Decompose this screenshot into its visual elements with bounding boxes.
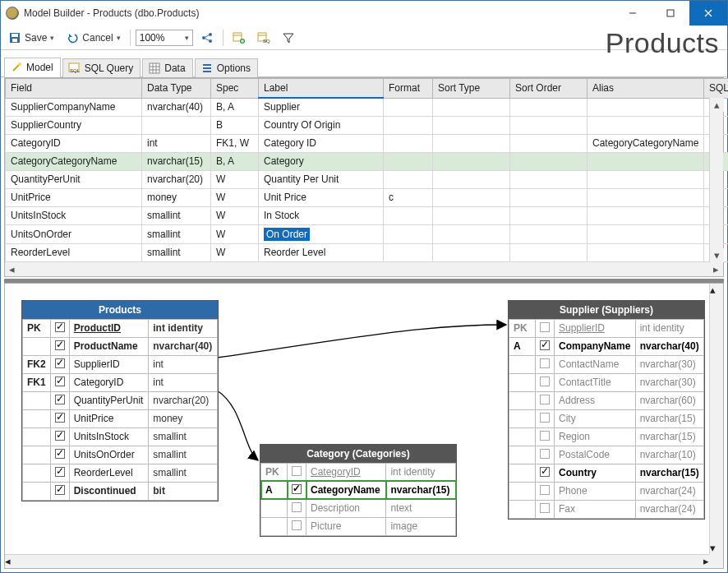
checkbox-cell[interactable] [50, 337, 69, 355]
tab-data[interactable]: Data [142, 58, 192, 77]
cell-sortType[interactable] [433, 188, 510, 206]
table-row[interactable]: ReorderLevelsmallintWReorder Level [6, 243, 729, 261]
entity-column-row[interactable]: ReorderLevelsmallint [23, 464, 218, 482]
entity-column-row[interactable]: UnitPricemoney [23, 409, 218, 427]
scroll-right-icon[interactable]: ▸ [709, 262, 723, 276]
scroll-up-icon[interactable]: ▴ [710, 284, 723, 296]
checkbox-icon[interactable] [55, 485, 65, 495]
cell-field[interactable]: SupplierCountry [6, 116, 142, 134]
cell-alias[interactable] [587, 116, 704, 134]
entity-column-row[interactable]: PKProductIDint identity [23, 319, 218, 337]
checkbox-icon[interactable] [55, 431, 65, 441]
cell-alias[interactable] [587, 152, 704, 170]
entity-column-row[interactable]: FK2SupplierIDint [23, 355, 218, 373]
entity-column-row[interactable]: Regionnvarchar(15) [509, 427, 704, 446]
checkbox-cell[interactable] [288, 463, 306, 481]
checkbox-icon[interactable] [55, 322, 65, 332]
cell-field[interactable]: QuantityPerUnit [6, 170, 142, 188]
cell-dataType[interactable] [142, 116, 211, 134]
cell-sortOrder[interactable] [510, 224, 587, 243]
cell-sortType[interactable] [433, 206, 510, 224]
col-sqlfn[interactable]: SQL Fn [704, 79, 729, 99]
col-sortorder[interactable]: Sort Order [510, 79, 587, 99]
cell-sortOrder[interactable] [510, 152, 587, 170]
checkbox-icon[interactable] [292, 466, 302, 476]
cell-label[interactable]: In Stock [259, 206, 384, 224]
checkbox-icon[interactable] [55, 340, 65, 350]
cell-spec[interactable]: B [211, 116, 259, 134]
entity-column-row[interactable]: Descriptionntext [261, 499, 456, 517]
window-close-button[interactable] [689, 1, 727, 25]
editing-cell[interactable]: On Order [264, 228, 310, 241]
cell-field[interactable]: UnitsInStock [6, 206, 142, 224]
table-row[interactable]: QuantityPerUnitnvarchar(20)WQuantity Per… [6, 170, 729, 188]
cell-field[interactable]: SupplierCompanyName [6, 98, 142, 116]
cell-spec[interactable]: B, A [211, 152, 259, 170]
col-field[interactable]: Field [6, 79, 142, 99]
cell-spec[interactable]: B, A [211, 98, 259, 116]
checkbox-icon[interactable] [55, 395, 65, 404]
checkbox-cell[interactable] [536, 391, 555, 409]
cell-field[interactable]: UnitsOnOrder [6, 224, 142, 243]
checkbox-cell[interactable] [288, 481, 306, 499]
entity-column-row[interactable]: QuantityPerUnitnvarchar(20) [23, 391, 218, 409]
checkbox-icon[interactable] [540, 395, 550, 404]
table-row[interactable]: CategoryCategoryNamenvarchar(15)B, ACate… [6, 152, 729, 170]
entity-column-row[interactable]: ContactTitlenvarchar(30) [509, 373, 704, 391]
checkbox-cell[interactable] [536, 427, 555, 446]
cell-alias[interactable] [587, 188, 704, 206]
col-sorttype[interactable]: Sort Type [433, 79, 510, 99]
cell-sortType[interactable] [433, 98, 510, 116]
cell-label[interactable]: On Order [259, 224, 384, 243]
cell-format[interactable]: c [384, 188, 433, 206]
cell-sortType[interactable] [433, 134, 510, 152]
checkbox-cell[interactable] [50, 446, 69, 464]
col-label[interactable]: Label [259, 79, 384, 99]
cell-format[interactable] [384, 152, 433, 170]
cell-sortOrder[interactable] [510, 188, 587, 206]
checkbox-icon[interactable] [292, 502, 302, 512]
table-row[interactable]: UnitPricemoneyWUnit Pricec [6, 188, 729, 206]
checkbox-cell[interactable] [288, 517, 306, 535]
tab-options[interactable]: Options [195, 58, 258, 77]
cell-alias[interactable] [587, 98, 704, 116]
cell-dataType[interactable]: int [142, 134, 211, 152]
cell-sortOrder[interactable] [510, 134, 587, 152]
cell-alias[interactable]: CategoryCategoryName [587, 134, 704, 152]
cell-field[interactable]: ReorderLevel [6, 243, 142, 261]
entity-products[interactable]: Products PKProductIDint identityProductN… [21, 300, 219, 501]
checkbox-cell[interactable] [50, 464, 69, 482]
checkbox-cell[interactable] [536, 319, 555, 337]
checkbox-icon[interactable] [540, 467, 550, 477]
tab-model[interactable]: Model [4, 58, 61, 77]
cell-spec[interactable]: W [211, 170, 259, 188]
cell-dataType[interactable]: nvarchar(20) [142, 170, 211, 188]
cell-sortOrder[interactable] [510, 98, 587, 116]
cell-format[interactable] [384, 170, 433, 188]
cell-sortType[interactable] [433, 170, 510, 188]
cell-label[interactable]: Category [259, 152, 384, 170]
scroll-left-icon[interactable]: ◂ [5, 555, 11, 568]
cell-sortOrder[interactable] [510, 116, 587, 134]
sql-table-button[interactable]: SQL [253, 29, 274, 47]
filter-button[interactable] [278, 29, 299, 47]
checkbox-icon[interactable] [540, 449, 550, 459]
entity-column-row[interactable]: Phonenvarchar(24) [509, 482, 704, 500]
checkbox-icon[interactable] [55, 413, 65, 423]
scroll-left-icon[interactable]: ◂ [5, 262, 19, 276]
checkbox-icon[interactable] [55, 358, 65, 368]
cell-field[interactable]: UnitPrice [6, 188, 142, 206]
checkbox-icon[interactable] [540, 431, 550, 441]
checkbox-cell[interactable] [50, 482, 69, 500]
entity-column-row[interactable]: ContactNamenvarchar(30) [509, 355, 704, 373]
table-row[interactable]: SupplierCompanyNamenvarchar(40)B, ASuppl… [6, 98, 729, 116]
cell-alias[interactable] [587, 224, 704, 243]
checkbox-cell[interactable] [50, 373, 69, 391]
checkbox-cell[interactable] [536, 409, 555, 427]
col-alias[interactable]: Alias [587, 79, 704, 99]
cell-spec[interactable]: FK1, W [211, 134, 259, 152]
cell-dataType[interactable]: smallint [142, 206, 211, 224]
checkbox-cell[interactable] [288, 499, 306, 517]
checkbox-icon[interactable] [540, 377, 550, 386]
cell-format[interactable] [384, 116, 433, 134]
